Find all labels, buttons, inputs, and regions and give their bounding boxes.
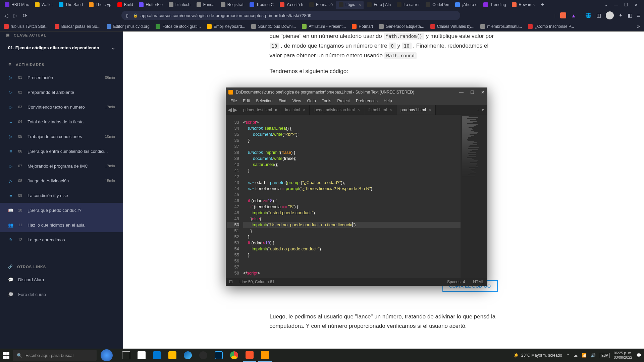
- sidebar-activity-item[interactable]: ▷07Mejorando el programa de IMC17min: [0, 159, 123, 173]
- brave-shield-icon[interactable]: [560, 12, 566, 18]
- tray-volume-icon[interactable]: 🔊: [591, 353, 596, 358]
- bookmark-item[interactable]: SoundCloud Downl...: [251, 24, 296, 29]
- menu-find[interactable]: Find: [276, 98, 289, 104]
- code-area[interactable]: <script> function saltarLinea() { docume…: [243, 115, 461, 278]
- browser-maximize-button[interactable]: ❐: [624, 2, 628, 7]
- sidebar-activity-item[interactable]: ≡09La condición if y else: [0, 188, 123, 203]
- editor-tab[interactable]: futbol.html×: [364, 105, 396, 115]
- minimize-button[interactable]: —: [459, 90, 464, 95]
- bookmark-item[interactable]: Affiliatum - Present...: [302, 24, 346, 29]
- bookmark-item[interactable]: Editor | musicvid.org: [107, 24, 150, 29]
- bookmark-item[interactable]: Emoji Keyboard...: [207, 24, 246, 29]
- browser-tab[interactable]: FlutterFlo: [136, 1, 165, 9]
- reload-button[interactable]: ⟳: [23, 12, 27, 19]
- profile-avatar[interactable]: [606, 11, 614, 19]
- cortana-icon[interactable]: [101, 349, 113, 361]
- new-tab-icon[interactable]: +: [477, 108, 479, 112]
- bookmark-item[interactable]: rubius's Twitch Stat...: [4, 24, 49, 29]
- browser-tab[interactable]: ¡Ahora e: [452, 1, 480, 9]
- taskbar-clock[interactable]: 06:25 p. m. 03/08/2022: [614, 351, 632, 360]
- browser-tab[interactable]: La carrer: [394, 1, 422, 9]
- taskbar-app-photoshop[interactable]: [212, 349, 225, 362]
- bookmark-page-icon[interactable]: ▯: [126, 13, 128, 18]
- taskbar-search[interactable]: 🔍 Escribe aquí para buscar: [13, 350, 97, 361]
- menu-view[interactable]: View: [290, 98, 304, 104]
- editor-tab[interactable]: pruebas1.html×: [396, 105, 436, 115]
- browser-tab[interactable]: Wallet: [32, 1, 55, 9]
- current-class-dropdown[interactable]: 01. Ejecute códigos diferentes dependien…: [0, 41, 123, 55]
- sidebar-activity-item[interactable]: ▷08Juego de Adivinación15min: [0, 173, 123, 188]
- sidebar-activity-item[interactable]: ✎12Lo que aprendimos: [0, 232, 123, 247]
- sidebar-foro[interactable]: 💭 Foro del curso: [0, 287, 123, 302]
- browser-tab[interactable]: HBO Max: [2, 1, 32, 9]
- tab-next-icon[interactable]: ▶: [233, 107, 237, 113]
- close-button[interactable]: ✕: [481, 90, 485, 95]
- menu-help[interactable]: Help: [381, 98, 395, 104]
- browser-tab[interactable]: bitinfoch: [166, 1, 193, 9]
- bookmark-item[interactable]: Hotmart: [352, 24, 373, 29]
- editor-tab[interactable]: primer_test.html: [239, 105, 281, 115]
- browser-tab[interactable]: Rewards: [509, 1, 537, 9]
- browser-tab[interactable]: The Sand: [56, 1, 86, 9]
- wallet-icon[interactable]: ◫: [596, 12, 601, 18]
- taskbar-app-store[interactable]: [150, 349, 164, 362]
- taskbar-app-sublime[interactable]: [258, 349, 272, 362]
- menu-file[interactable]: File: [228, 98, 239, 104]
- bookmarks-overflow-icon[interactable]: »: [637, 23, 640, 29]
- sidebar-activity-item[interactable]: ▷05Trabajando con condiciones10min: [0, 129, 123, 144]
- sidebar-activity-item[interactable]: ▷01Presentación06min: [0, 70, 123, 85]
- editor-tab[interactable]: juego_adivinacion.html×: [310, 105, 364, 115]
- sidebar-activity-item[interactable]: 📖10¿Será qué puedo conducir?: [0, 203, 123, 218]
- status-spaces[interactable]: Spaces: 4: [447, 280, 465, 284]
- sidebar-activity-item[interactable]: ≡04Total de invitados de la fiesta: [0, 114, 123, 129]
- sidebar-activity-item[interactable]: ▷03Convirtiendo texto en numero17min: [0, 100, 123, 114]
- menu-preferences[interactable]: Preferences: [353, 98, 380, 104]
- browser-tab[interactable]: The cryp: [86, 1, 114, 9]
- sidebar-activity-item[interactable]: ▷02Preparando el ambiente: [0, 85, 123, 100]
- tray-language[interactable]: ESP: [600, 353, 610, 358]
- taskbar-app-5[interactable]: [197, 349, 210, 362]
- tab-close-icon[interactable]: ×: [429, 107, 431, 112]
- translate-icon[interactable]: 🌐: [585, 12, 592, 18]
- minimap[interactable]: [461, 115, 487, 278]
- back-button[interactable]: ◁: [4, 12, 8, 19]
- bookmark-item[interactable]: miembros.affiliatu...: [480, 24, 522, 29]
- browser-close-button[interactable]: ✕: [634, 2, 638, 7]
- sidebar-activity-item[interactable]: 👥11Haz lo que hicimos en el aula: [0, 218, 123, 232]
- menu-tools[interactable]: Tools: [319, 98, 334, 104]
- tray-network-icon[interactable]: 📶: [582, 353, 587, 358]
- browser-tab[interactable]: Trending: [481, 1, 508, 9]
- browser-minimize-button[interactable]: —: [614, 2, 618, 7]
- menu-selection[interactable]: Selection: [253, 98, 275, 104]
- maximize-button[interactable]: ☐: [470, 90, 474, 95]
- brave-rewards-icon[interactable]: ▲: [571, 13, 576, 18]
- browser-tab[interactable]: CodePen: [423, 1, 452, 9]
- tab-menu-icon[interactable]: ▼: [481, 108, 485, 112]
- menu-goto[interactable]: Goto: [305, 98, 319, 104]
- tab-close-icon[interactable]: ×: [389, 107, 392, 112]
- forward-button[interactable]: ▷: [13, 12, 17, 19]
- bookmark-item[interactable]: Clases Virtuales by...: [430, 24, 475, 29]
- tab-prev-icon[interactable]: ◀: [228, 107, 232, 113]
- notifications-icon[interactable]: 💬: [636, 353, 641, 358]
- tray-onedrive-icon[interactable]: ☁: [574, 353, 578, 358]
- bookmark-item[interactable]: Fotos de stock grati...: [156, 24, 201, 29]
- browser-dropdown-icon[interactable]: ⌄: [604, 2, 608, 7]
- browser-tab[interactable]: Funda: [194, 1, 217, 9]
- taskbar-app-1[interactable]: [135, 349, 148, 362]
- menu-edit[interactable]: Edit: [240, 98, 253, 104]
- weather-widget[interactable]: ☀️ 23°C Mayorm. soleado: [514, 353, 562, 358]
- menu-project[interactable]: Project: [335, 98, 353, 104]
- browser-tab[interactable]: Registrat: [218, 1, 246, 9]
- sublime-window[interactable]: D:\Documentos\curso one\logica de porgra…: [226, 87, 487, 286]
- browser-tab[interactable]: Trading C: [247, 1, 276, 9]
- taskbar-app-edge[interactable]: [181, 349, 195, 362]
- browser-tab[interactable]: Ya está h: [277, 1, 306, 9]
- url-field[interactable]: ▯ 🔒 app.aluracursos.com/course/logica-de…: [121, 11, 460, 20]
- tab-close-icon[interactable]: ×: [357, 107, 360, 112]
- taskbar-app-chrome[interactable]: [227, 349, 241, 362]
- bookmark-item[interactable]: Generador Etiqueta...: [379, 24, 424, 29]
- taskbar-app-brave[interactable]: [243, 349, 256, 362]
- code-editor[interactable]: 3334353637383940414243444546474849505152…: [226, 115, 487, 278]
- menu-icon[interactable]: ≡: [637, 13, 640, 18]
